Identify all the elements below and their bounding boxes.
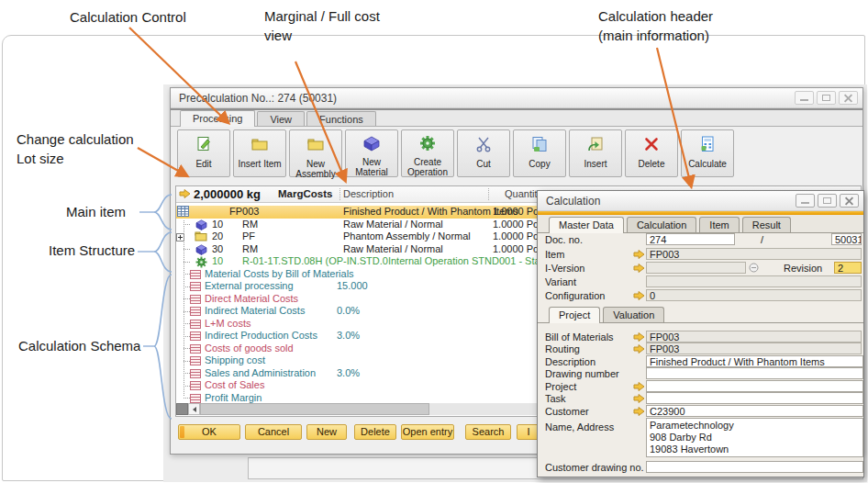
- iversion-field[interactable]: [646, 262, 746, 274]
- task-field[interactable]: [646, 392, 863, 404]
- insert-item-button[interactable]: Insert Item: [233, 129, 286, 177]
- doc-no2-field[interactable]: 50031: [831, 233, 862, 245]
- drawing-number-row: Drawing number: [538, 367, 863, 380]
- name-address-field[interactable]: Parametechnology 908 Darby Rd 19083 Have…: [646, 418, 863, 457]
- window-title: Calculation: [546, 195, 600, 208]
- maximize-icon[interactable]: [818, 194, 837, 208]
- schema-label: Indirect Production Costs: [205, 330, 317, 343]
- edit-icon: [195, 135, 213, 157]
- insert-icon: [586, 135, 605, 157]
- ok-button[interactable]: OK: [178, 424, 240, 440]
- precalculation-titlebar[interactable]: Precalculation No..: 274 (50031): [171, 88, 862, 108]
- tab-valuation[interactable]: Valuation: [603, 307, 664, 322]
- tab-functions[interactable]: Functions: [306, 111, 376, 126]
- configuration-label: Configuration: [545, 290, 605, 301]
- iversion-label: I-Version: [545, 263, 584, 274]
- minimize-icon[interactable]: [796, 194, 815, 208]
- window-controls: [795, 91, 858, 105]
- column-separator[interactable]: [488, 188, 489, 200]
- tab-result[interactable]: Result: [742, 217, 791, 232]
- tab-item[interactable]: Item: [699, 217, 739, 232]
- insert-button[interactable]: Insert: [569, 129, 622, 177]
- schema-value: 15.000: [337, 280, 368, 293]
- item-description: Raw Material / Normal: [343, 243, 443, 256]
- routing-field[interactable]: FP003: [646, 343, 862, 354]
- schema-value: 3.0%: [337, 367, 360, 380]
- column-separator[interactable]: [339, 188, 340, 200]
- description-field[interactable]: Finished Product / With Phantom Items: [646, 355, 863, 367]
- link-arrow-icon[interactable]: [633, 290, 645, 301]
- item-code: RM: [242, 219, 258, 231]
- item-quantity: 1.0000 Pc: [493, 206, 534, 219]
- scroll-left-icon[interactable]: [188, 403, 200, 415]
- customer-field[interactable]: C23900: [646, 405, 863, 417]
- new-material-button[interactable]: New Material: [345, 129, 398, 177]
- window-title: Precalculation No..: 274 (50031): [179, 92, 337, 105]
- annotation-change-lot-size: Change calculation Lot size: [17, 129, 134, 168]
- lot-size-value[interactable]: 2,000000 kg: [194, 187, 261, 201]
- link-arrow-icon[interactable]: [633, 406, 645, 417]
- item-description: Raw Material / Normal: [343, 219, 443, 231]
- close-icon[interactable]: [839, 91, 858, 105]
- revision-field[interactable]: 2: [834, 262, 862, 274]
- task-label: Task: [545, 393, 566, 404]
- schema-label: Direct Material Costs: [205, 293, 298, 306]
- tree-connector-line: [184, 220, 184, 396]
- item-code: RM: [242, 243, 258, 256]
- create-operation-button[interactable]: Create Operation: [401, 129, 454, 177]
- new-button[interactable]: New: [306, 424, 347, 440]
- maximize-icon[interactable]: [817, 91, 836, 105]
- project-tabstrip: Project Valuation: [538, 305, 863, 323]
- doc-no-field[interactable]: 274: [646, 233, 735, 245]
- cancel-button[interactable]: Cancel: [245, 424, 302, 440]
- annotation-calculation-header: Calculation header (main information): [598, 6, 713, 45]
- tab-processing[interactable]: Processing: [180, 110, 255, 127]
- tab-view[interactable]: View: [257, 111, 305, 126]
- tab-master-data[interactable]: Master Data: [549, 217, 624, 233]
- button-label: Insert: [584, 159, 606, 169]
- link-arrow-icon[interactable]: [633, 343, 645, 354]
- tab-calculation[interactable]: Calculation: [627, 217, 696, 232]
- link-arrow-icon[interactable]: [633, 331, 645, 343]
- description-label: Description: [545, 356, 595, 367]
- project-row: Project: [538, 380, 863, 393]
- ribbon-tabstrip: Processing View Functions: [171, 108, 862, 127]
- copy-button[interactable]: Copy: [513, 129, 566, 177]
- delete-button[interactable]: Delete: [625, 129, 678, 177]
- drawing-number-label: Drawing number: [545, 368, 619, 379]
- scrollbar-thumb[interactable]: [200, 403, 429, 415]
- cut-button[interactable]: Cut: [457, 129, 510, 177]
- configuration-field[interactable]: 0: [646, 289, 862, 301]
- calculation-titlebar[interactable]: Calculation: [538, 191, 863, 211]
- link-arrow-icon[interactable]: [633, 381, 645, 392]
- minus-circle-icon[interactable]: [749, 263, 759, 275]
- link-arrow-icon[interactable]: [633, 249, 645, 260]
- variant-row: Variant: [538, 275, 863, 288]
- schema-label: Indirect Material Costs: [205, 305, 305, 318]
- button-label: Calculate: [688, 159, 727, 169]
- column-description[interactable]: Description: [343, 188, 394, 199]
- close-icon[interactable]: [840, 194, 859, 208]
- new-assembly-button[interactable]: New Assembly: [289, 129, 342, 177]
- bom-field[interactable]: FP003: [646, 331, 862, 343]
- name-address-row: Name, Address Parametechnology 908 Darby…: [538, 418, 863, 458]
- delete-entry-button[interactable]: Delete: [354, 424, 396, 440]
- link-arrow-icon[interactable]: [633, 393, 645, 404]
- minimize-icon[interactable]: [795, 91, 814, 105]
- customer-drawing-field[interactable]: [646, 461, 863, 473]
- project-field[interactable]: [646, 380, 863, 392]
- calculate-button[interactable]: Calculate: [681, 129, 734, 177]
- open-entry-button[interactable]: Open entry: [401, 424, 454, 440]
- search-button[interactable]: Search: [465, 424, 511, 440]
- item-field[interactable]: FP003: [646, 248, 862, 260]
- edit-button[interactable]: Edit: [177, 129, 230, 177]
- drawing-number-field[interactable]: [646, 367, 863, 379]
- routing-label: Routing: [545, 343, 580, 354]
- link-arrow-icon[interactable]: [633, 263, 645, 274]
- button-label: Insert Item: [238, 159, 281, 169]
- customer-row: Customer C23900: [538, 405, 863, 418]
- folder-icon: [250, 135, 269, 157]
- cost-view-toggle[interactable]: MargCosts: [278, 188, 332, 199]
- tab-project[interactable]: Project: [549, 307, 600, 323]
- variant-field[interactable]: [646, 275, 862, 287]
